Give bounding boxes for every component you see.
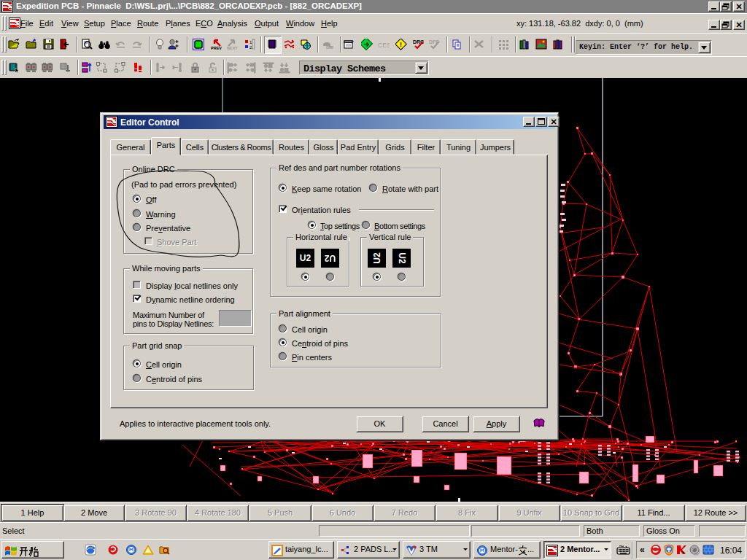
svg-text:DRF: DRF — [326, 45, 333, 50]
svg-text:1: 1 — [249, 40, 252, 44]
svg-text:CES: CES — [378, 42, 390, 49]
svg-text:NEXT: NEXT — [227, 46, 238, 50]
svg-text:!: ! — [400, 41, 402, 48]
svg-text:PREV: PREV — [211, 46, 222, 50]
svg-text:2: 2 — [249, 45, 252, 50]
